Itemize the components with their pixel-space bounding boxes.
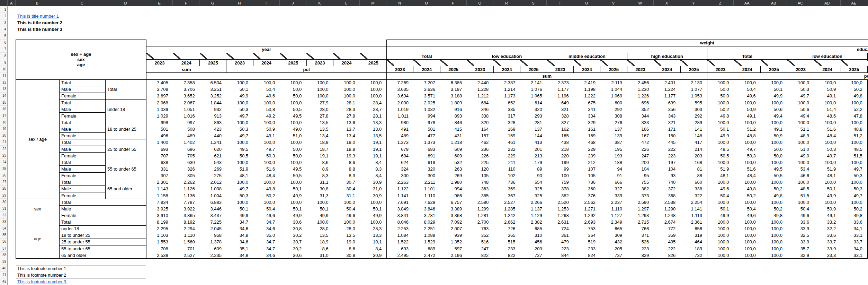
- data-cell[interactable]: 49,5: [761, 166, 787, 172]
- data-cell[interactable]: 1.228: [467, 86, 493, 93]
- data-cell[interactable]: 31,1: [306, 179, 333, 185]
- edu-category[interactable]: high education: [627, 53, 707, 59]
- data-cell[interactable]: 50,0: [280, 153, 306, 159]
- data-cell[interactable]: 50,1: [761, 86, 787, 93]
- data-cell[interactable]: 50,3: [841, 172, 867, 179]
- data-cell[interactable]: 233: [493, 245, 520, 252]
- data-cell[interactable]: 13,0: [360, 126, 387, 132]
- data-cell[interactable]: 49,8: [841, 212, 867, 219]
- data-cell[interactable]: 30,4: [333, 185, 360, 192]
- data-cell[interactable]: 675: [574, 99, 600, 106]
- data-cell[interactable]: 100,0: [333, 79, 360, 86]
- data-cell[interactable]: 737: [600, 252, 627, 259]
- sex-row-label[interactable]: Female: [60, 113, 106, 119]
- data-cell[interactable]: 100,0: [360, 93, 387, 99]
- data-cell[interactable]: 222: [654, 245, 680, 252]
- data-cell[interactable]: 100,0: [707, 252, 734, 259]
- data-cell[interactable]: 726: [493, 225, 520, 232]
- data-cell[interactable]: 120: [467, 166, 493, 172]
- data-cell[interactable]: 31,1: [333, 192, 360, 199]
- data-cell[interactable]: 13,6: [333, 119, 360, 126]
- year-col-header[interactable]: 2024: [493, 66, 520, 73]
- data-cell[interactable]: 1.980: [440, 179, 467, 185]
- data-cell[interactable]: 19,1: [360, 139, 387, 146]
- data-cell[interactable]: 49,1: [761, 126, 787, 132]
- data-cell[interactable]: 363: [467, 185, 493, 192]
- data-cell[interactable]: 33,9: [787, 239, 814, 245]
- data-cell[interactable]: 30,8: [280, 225, 306, 232]
- data-cell[interactable]: 49,7: [787, 93, 814, 99]
- data-cell[interactable]: 49,7: [841, 192, 867, 199]
- data-cell[interactable]: 100: [547, 172, 574, 179]
- data-cell[interactable]: 3.188: [440, 93, 467, 99]
- data-cell[interactable]: 50,3: [814, 146, 841, 152]
- data-cell[interactable]: 100,0: [707, 179, 734, 185]
- row-header-13[interactable]: 13: [0, 86, 7, 93]
- data-cell[interactable]: 1.373: [413, 139, 440, 146]
- data-cell[interactable]: 49,1: [814, 212, 841, 219]
- data-cell[interactable]: 33,7: [814, 239, 841, 245]
- data-cell[interactable]: 369: [493, 185, 520, 192]
- data-cell[interactable]: 431: [440, 132, 467, 139]
- data-cell[interactable]: 49,9: [306, 212, 333, 219]
- data-cell[interactable]: 755: [627, 179, 654, 185]
- data-cell[interactable]: 100,0: [253, 99, 280, 106]
- column-header-E[interactable]: E: [146, 0, 173, 6]
- data-cell[interactable]: 34,7: [253, 245, 280, 252]
- data-cell[interactable]: 100,0: [253, 139, 280, 146]
- data-cell[interactable]: 50,9: [734, 106, 761, 113]
- data-cell[interactable]: 51,6: [734, 166, 761, 172]
- data-cell[interactable]: 472: [627, 139, 654, 146]
- data-cell[interactable]: 31,0: [306, 252, 333, 259]
- data-cell[interactable]: 50,1: [707, 126, 734, 132]
- year-col-header[interactable]: 2024: [654, 66, 680, 73]
- data-cell[interactable]: 1.069: [600, 93, 627, 99]
- data-cell[interactable]: 100,0: [787, 139, 814, 146]
- data-cell[interactable]: 50,5: [280, 172, 306, 179]
- data-cell[interactable]: 27,8: [306, 113, 333, 119]
- data-cell[interactable]: 1.051: [173, 106, 200, 113]
- data-cell[interactable]: 13,5: [333, 232, 360, 239]
- data-cell[interactable]: 489: [173, 132, 200, 139]
- data-cell[interactable]: 200: [627, 159, 654, 166]
- data-cell[interactable]: 168: [680, 159, 707, 166]
- data-cell[interactable]: 2.295: [146, 225, 173, 232]
- row-header-3[interactable]: 3: [0, 19, 7, 26]
- data-cell[interactable]: 162: [547, 126, 574, 132]
- data-cell[interactable]: 3.251: [200, 86, 226, 93]
- data-cell[interactable]: 100,0: [333, 199, 360, 206]
- data-cell[interactable]: 34,6: [253, 225, 280, 232]
- data-cell[interactable]: 1.016: [173, 113, 200, 119]
- data-cell[interactable]: 978: [413, 119, 440, 126]
- column-header-T[interactable]: T: [547, 0, 573, 6]
- data-cell[interactable]: 94: [600, 166, 627, 172]
- data-cell[interactable]: 28,4: [360, 99, 387, 106]
- data-cell[interactable]: 48,1: [707, 172, 734, 179]
- data-cell[interactable]: 35,1: [226, 245, 253, 252]
- data-cell[interactable]: 3.446: [200, 206, 226, 212]
- data-cell[interactable]: 157: [467, 132, 493, 139]
- data-cell[interactable]: 2.141: [520, 79, 547, 86]
- data-cell[interactable]: 239: [574, 153, 600, 159]
- data-cell[interactable]: 2.715: [627, 219, 654, 225]
- data-cell[interactable]: 100,0: [226, 179, 253, 185]
- data-cell[interactable]: 13,5: [306, 126, 333, 132]
- data-cell[interactable]: 2.007: [440, 225, 467, 232]
- data-cell[interactable]: 708: [146, 245, 173, 252]
- data-cell[interactable]: 7.405: [146, 79, 173, 86]
- data-cell[interactable]: 34,6: [226, 239, 253, 245]
- data-cell[interactable]: 638: [146, 159, 173, 166]
- row-header-37[interactable]: 37: [0, 245, 7, 252]
- data-cell[interactable]: 48,8: [841, 126, 867, 132]
- data-cell[interactable]: 343: [654, 113, 680, 119]
- data-cell[interactable]: 829: [627, 252, 654, 259]
- data-cell[interactable]: 2.067: [173, 99, 200, 106]
- data-cell[interactable]: 310: [520, 232, 547, 239]
- group-label-age[interactable]: age: [16, 219, 60, 259]
- row-header-7[interactable]: 7: [0, 46, 7, 53]
- data-cell[interactable]: 759: [547, 179, 574, 185]
- data-cell[interactable]: 51,9: [707, 166, 734, 172]
- data-cell[interactable]: 28,1: [360, 113, 387, 119]
- data-cell[interactable]: 28,0: [306, 225, 333, 232]
- data-cell[interactable]: 736: [493, 179, 520, 185]
